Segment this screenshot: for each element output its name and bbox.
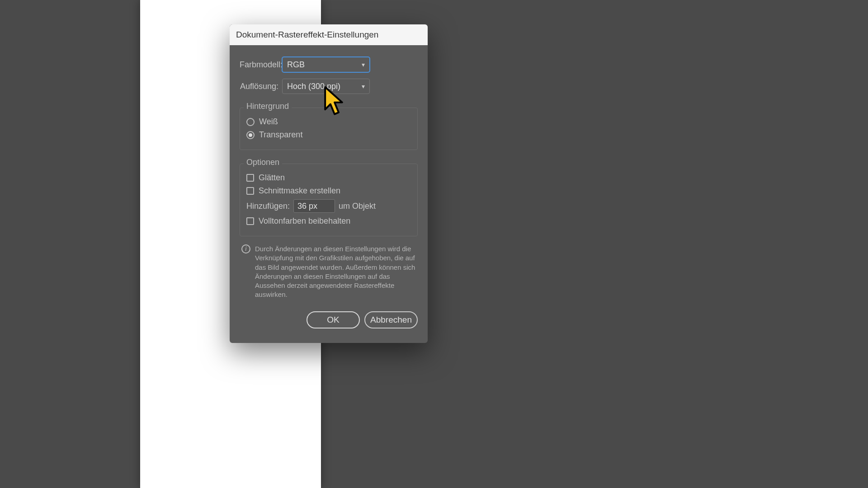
antialias-checkbox[interactable]: Glätten (246, 173, 411, 183)
dialog-title: Dokument-Rastereffekt-Einstellungen (230, 24, 428, 45)
background-white-label: Weiß (259, 117, 278, 127)
color-model-row: Farbmodell: RGB ▾ (240, 57, 418, 72)
options-group-label: Optionen (244, 158, 282, 167)
clipmask-checkbox[interactable]: Schnittmaske erstellen (246, 186, 411, 196)
resolution-select[interactable]: Hoch (300 ppi) ▾ (282, 79, 370, 94)
checkbox-icon (246, 174, 254, 182)
radio-icon (246, 131, 255, 139)
resolution-row: Auflösung: Hoch (300 ppi) ▾ (240, 79, 418, 94)
info-row: i Durch Änderungen an diesen Einstellung… (241, 244, 416, 300)
raster-effect-settings-dialog: Dokument-Rastereffekt-Einstellungen Farb… (230, 24, 428, 343)
background-white-radio[interactable]: Weiß (246, 117, 411, 127)
background-group: Hintergrund Weiß Transparent (240, 108, 418, 150)
background-transparent-label: Transparent (259, 130, 302, 140)
add-label-before: Hinzufügen: (246, 202, 290, 211)
clipmask-label: Schnittmaske erstellen (259, 186, 340, 196)
info-text: Durch Änderungen an diesen Einstellungen… (255, 244, 416, 300)
cancel-button[interactable]: Abbrechen (364, 311, 418, 328)
ok-button[interactable]: OK (307, 311, 360, 328)
background-group-label: Hintergrund (244, 102, 292, 111)
add-around-input[interactable] (293, 199, 335, 213)
checkbox-icon (246, 187, 254, 195)
background-transparent-radio[interactable]: Transparent (246, 130, 411, 140)
resolution-label: Auflösung: (240, 82, 278, 91)
add-around-row: Hinzufügen: um Objekt (246, 199, 411, 213)
dialog-button-row: OK Abbrechen (240, 311, 418, 328)
preserve-spot-checkbox[interactable]: Volltonfarben beibehalten (246, 216, 411, 226)
chevron-down-icon: ▾ (362, 83, 365, 90)
resolution-value: Hoch (300 ppi) (287, 82, 340, 91)
chevron-down-icon: ▾ (362, 61, 365, 68)
color-model-select[interactable]: RGB ▾ (282, 57, 370, 72)
color-model-label: Farbmodell: (240, 60, 278, 70)
preserve-spot-label: Volltonfarben beibehalten (259, 216, 350, 226)
add-label-after: um Objekt (339, 202, 376, 211)
antialias-label: Glätten (259, 173, 285, 183)
radio-icon (246, 118, 255, 126)
dialog-content: Farbmodell: RGB ▾ Auflösung: Hoch (300 p… (230, 45, 428, 343)
info-icon: i (241, 244, 250, 253)
options-group: Optionen Glätten Schnittmaske erstellen … (240, 164, 418, 236)
checkbox-icon (246, 217, 254, 225)
color-model-value: RGB (287, 60, 305, 70)
